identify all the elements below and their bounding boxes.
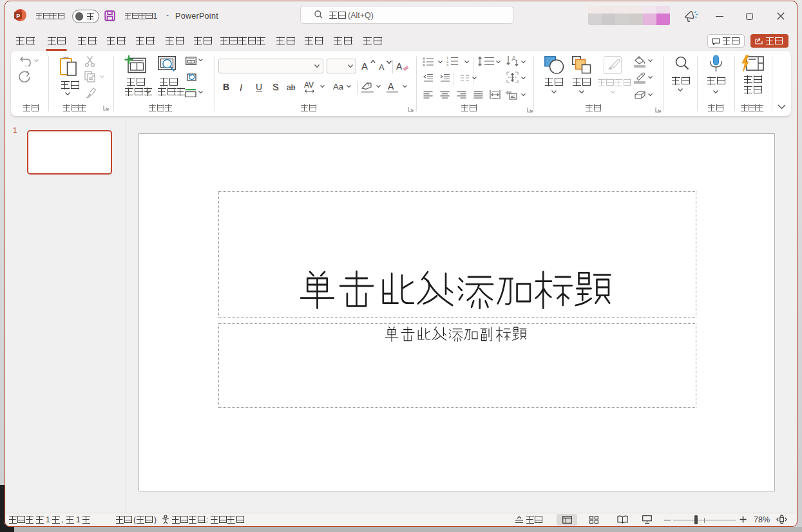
svg-text:3: 3 [446, 63, 448, 66]
svg-text:A: A [511, 55, 517, 62]
